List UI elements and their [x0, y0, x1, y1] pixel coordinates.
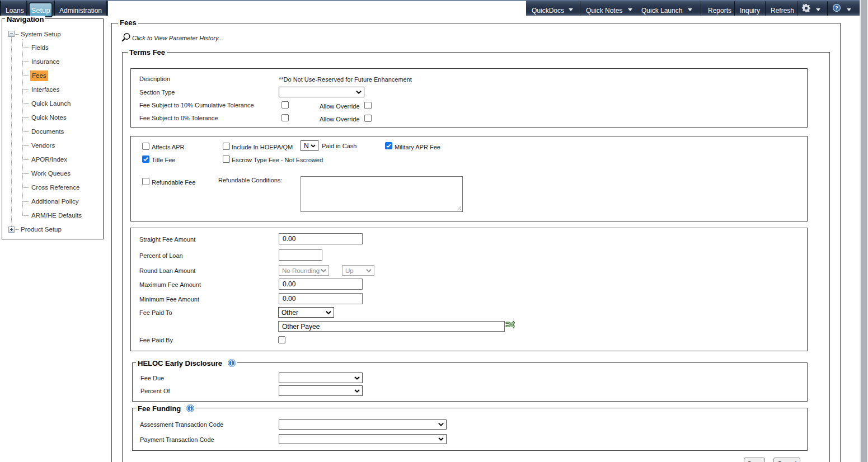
- svg-text:?: ?: [835, 4, 838, 11]
